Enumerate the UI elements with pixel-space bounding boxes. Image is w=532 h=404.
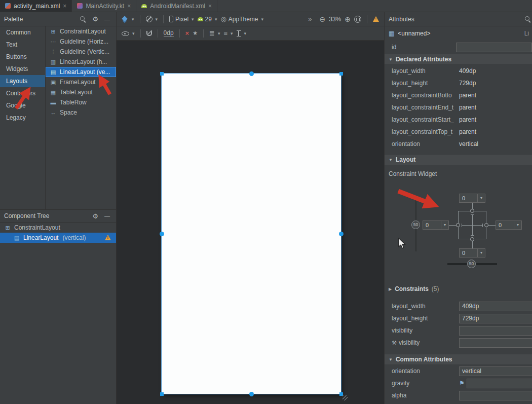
attr-row-constraint-start[interactable]: layout_constraintStart_ parent: [385, 114, 532, 126]
margin-left-dropdown[interactable]: 0 ▾: [423, 221, 449, 230]
anchor-top[interactable]: [249, 71, 254, 76]
design-surface[interactable]: [117, 41, 384, 404]
alpha-input[interactable]: [459, 391, 532, 400]
attr-row-layout-width[interactable]: layout_width 409dp: [385, 65, 532, 77]
category-google[interactable]: Google: [0, 99, 45, 112]
resize-handle-top-left[interactable]: [160, 72, 164, 76]
component-guideline-horizontal[interactable]: ⋯ Guideline (Horiz...: [46, 36, 116, 47]
category-containers[interactable]: Containers: [0, 87, 45, 99]
tab-mainactivity-kt[interactable]: MainActivity.kt ×: [72, 0, 136, 12]
layout-section[interactable]: ▼ Layout: [385, 154, 532, 165]
close-icon[interactable]: ×: [208, 3, 212, 9]
anchor-left[interactable]: [160, 232, 164, 236]
tab-activity-main-xml[interactable]: activity_main.xml ×: [0, 0, 72, 12]
component-linearlayout-horizontal[interactable]: ▥ LinearLayout (h...: [46, 57, 116, 67]
infer-constraints-icon[interactable]: ★: [193, 30, 198, 36]
id-input[interactable]: [456, 43, 532, 52]
toolbar-overflow-button[interactable]: »: [308, 15, 312, 23]
common-attributes-section[interactable]: ▼ Common Attributes: [385, 354, 532, 365]
category-layouts[interactable]: Layouts: [0, 75, 45, 87]
tools-visibility-input[interactable]: [459, 338, 532, 348]
component-tablerow[interactable]: ▬ TableRow: [46, 97, 116, 107]
margin-bottom-dropdown[interactable]: 0 ▾: [459, 248, 485, 258]
gravity-flag-icon[interactable]: ⚑: [459, 380, 465, 387]
component-tablelayout[interactable]: ▦ TableLayout: [46, 87, 116, 97]
anchor-right[interactable]: [339, 232, 344, 236]
warning-icon[interactable]: [105, 235, 111, 240]
attr-row-layout-height[interactable]: layout_height 729dp: [385, 77, 532, 89]
warnings-button[interactable]: [373, 16, 379, 22]
declared-attributes-section[interactable]: ▼ Declared Attributes: [385, 54, 532, 65]
component-space[interactable]: ↔ Space: [46, 107, 116, 118]
autoconnect-off-magnet-icon[interactable]: [146, 31, 152, 36]
layout-width-input[interactable]: 409dp: [459, 302, 532, 311]
align-button[interactable]: ≡ ▾: [223, 29, 233, 37]
canvas-resize-grip[interactable]: [343, 395, 348, 400]
search-icon[interactable]: [80, 16, 86, 22]
attr-row-constraint-end[interactable]: layout_constraintEnd_t parent: [385, 101, 532, 114]
tab-androidmanifest-xml[interactable]: AndroidManifest.xml ×: [136, 0, 217, 12]
component-linearlayout-vertical[interactable]: ▤ LinearLayout (ve...: [46, 67, 116, 77]
anchor-bottom[interactable]: [249, 392, 254, 396]
device-selector[interactable]: Pixel ▾: [169, 16, 194, 23]
resize-handle-bottom-left[interactable]: [160, 392, 164, 396]
close-icon[interactable]: ×: [63, 3, 66, 9]
component-guideline-vertical[interactable]: ⋮ Guideline (Vertic...: [46, 47, 116, 57]
attr-row-constraint-bottom[interactable]: layout_constraintBotto parent: [385, 89, 532, 101]
orientation-input[interactable]: vertical: [459, 366, 532, 376]
bottom-anchor[interactable]: [470, 237, 474, 241]
attr-row-orientation[interactable]: orientation vertical: [385, 138, 532, 150]
constraint-widget: 0 ▾ 0 ▾ 0 ▾ 0 ▾ 50 50: [385, 180, 532, 278]
component-framelayout[interactable]: ▣ FrameLayout: [46, 77, 116, 87]
hide-panel-icon[interactable]: —: [104, 16, 110, 22]
tree-item-linearlayout-vertical[interactable]: ▤ LinearLayout (vertical): [0, 233, 116, 243]
guidelines-button[interactable]: ▾: [237, 30, 247, 36]
margin-right-dropdown[interactable]: 0 ▾: [496, 221, 522, 230]
category-common[interactable]: Common: [0, 26, 45, 39]
layout-height-input[interactable]: 729dp: [459, 314, 532, 323]
gear-icon[interactable]: ⚙: [92, 212, 98, 220]
zoom-in-button[interactable]: ⊕: [345, 16, 351, 23]
vertical-bias-badge[interactable]: 50: [411, 221, 420, 229]
layout-file-icon: [5, 3, 11, 9]
zoom-fit-icon[interactable]: [354, 16, 361, 23]
android-file-icon: [141, 4, 147, 8]
search-icon[interactable]: [524, 16, 531, 22]
clear-constraints-icon[interactable]: ×: [185, 29, 189, 37]
theme-selector[interactable]: ◎ AppTheme ▾: [221, 16, 264, 23]
device-screen-artboard[interactable]: [162, 74, 341, 394]
orientation-button[interactable]: ▾: [146, 16, 158, 22]
tree-item-constraintlayout[interactable]: ⊞ ConstraintLayout: [0, 223, 116, 233]
horizontal-bias-badge[interactable]: 50: [467, 260, 476, 268]
pack-button[interactable]: ≣ ▾: [209, 29, 220, 37]
top-anchor[interactable]: [470, 209, 474, 213]
category-legacy[interactable]: Legacy: [0, 112, 45, 124]
zoom-out-button[interactable]: ⊖: [320, 16, 326, 23]
category-buttons[interactable]: Buttons: [0, 51, 45, 63]
eye-icon: [122, 30, 129, 36]
component-constraintlayout[interactable]: ⊞ ConstraintLayout: [46, 26, 116, 36]
attr-row-constraint-top[interactable]: layout_constraintTop_t parent: [385, 126, 532, 138]
guideline-vertical-icon: ⋮: [50, 49, 57, 55]
design-mode-button[interactable]: ▾: [122, 16, 134, 23]
default-margin-button[interactable]: 0dp: [164, 30, 174, 37]
margin-top-dropdown[interactable]: 0 ▾: [459, 194, 485, 203]
constraintlayout-icon: ⊞: [4, 225, 11, 231]
field-layout-width: layout_width 409dp: [385, 300, 532, 312]
close-icon[interactable]: ×: [127, 3, 131, 9]
constraints-section[interactable]: ▶ Constraints (5): [385, 283, 532, 295]
constraint-widget-box[interactable]: [458, 211, 486, 239]
linearlayout-vertical-icon: ▤: [50, 69, 57, 76]
linearlayout-horizontal-icon: ▥: [50, 59, 57, 65]
left-anchor[interactable]: [456, 223, 460, 227]
gravity-input[interactable]: [467, 379, 532, 388]
api-level-selector[interactable]: 29 ▾: [198, 16, 217, 23]
gear-icon[interactable]: ⚙: [92, 15, 98, 23]
visibility-input[interactable]: [459, 326, 532, 336]
hide-panel-icon[interactable]: —: [104, 213, 110, 219]
view-options-button[interactable]: ▾: [122, 30, 135, 36]
resize-handle-top-right[interactable]: [339, 72, 343, 76]
category-text[interactable]: Text: [0, 39, 45, 51]
category-widgets[interactable]: Widgets: [0, 63, 45, 75]
right-anchor[interactable]: [484, 223, 488, 227]
